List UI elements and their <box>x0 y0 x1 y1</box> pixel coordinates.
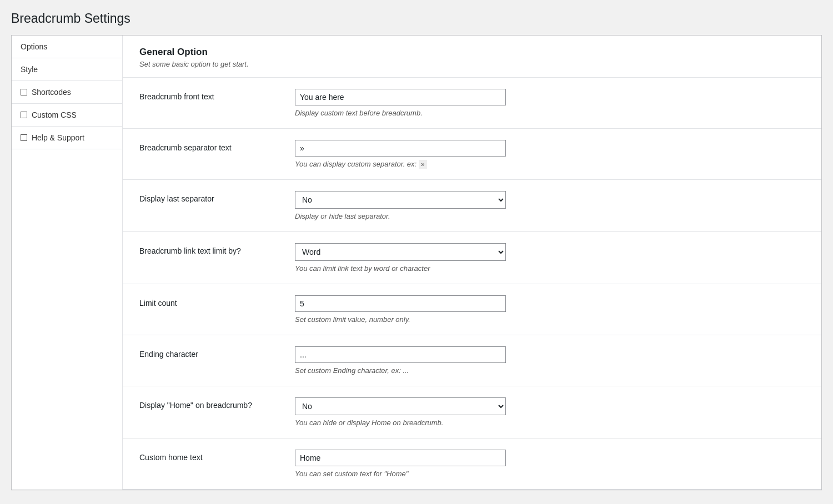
field-label-breadcrumb-front-text: Breadcrumb front text <box>139 89 295 101</box>
section-title: General Option <box>139 47 805 58</box>
field-hint-breadcrumb-separator-text: You can display custom separator. ex: » <box>295 160 805 168</box>
sidebar-item-label: Options <box>21 42 47 51</box>
field-label-limit-count: Limit count <box>139 295 295 308</box>
sidebar-item-style[interactable]: Style <box>12 58 122 81</box>
section-header: General Option Set some basic option to … <box>123 36 821 78</box>
page-title: Breadcrumb Settings <box>11 11 822 26</box>
select-display-last-separator[interactable]: NoYes <box>295 191 506 209</box>
form-row-limit-count: Limit countSet custom limit value, numbe… <box>123 284 821 335</box>
input-ending-character[interactable] <box>295 346 506 363</box>
section-subtitle: Set some basic option to get start. <box>139 60 805 68</box>
form-row-ending-character: Ending characterSet custom Ending charac… <box>123 335 821 386</box>
page-icon <box>21 112 27 118</box>
form-rows: Breadcrumb front textDisplay custom text… <box>123 78 821 490</box>
sidebar-item-help-support[interactable]: Help & Support <box>12 127 122 149</box>
form-row-custom-home-text: Custom home textYou can set custom text … <box>123 439 821 490</box>
field-container-custom-home-text: You can set custom text for "Home" <box>295 450 805 478</box>
page-icon <box>21 134 27 141</box>
sidebar-item-custom-css[interactable]: Custom CSS <box>12 104 122 127</box>
field-container-breadcrumb-front-text: Display custom text before breadcrumb. <box>295 89 805 117</box>
field-label-breadcrumb-link-text-limit: Breadcrumb link text limit by? <box>139 243 295 255</box>
sidebar: Options Style Shortcodes Custom CSS Help… <box>12 36 123 490</box>
form-row-display-last-separator: Display last separatorNoYesDisplay or hi… <box>123 180 821 232</box>
field-hint-display-last-separator: Display or hide last separator. <box>295 212 805 220</box>
field-container-ending-character: Set custom Ending character, ex: ... <box>295 346 805 375</box>
input-limit-count[interactable] <box>295 295 506 312</box>
select-display-home[interactable]: NoYes <box>295 397 506 415</box>
form-row-breadcrumb-front-text: Breadcrumb front textDisplay custom text… <box>123 78 821 129</box>
sidebar-item-label: Shortcodes <box>32 88 71 97</box>
select-breadcrumb-link-text-limit[interactable]: WordCharacter <box>295 243 506 261</box>
field-container-limit-count: Set custom limit value, number only. <box>295 295 805 324</box>
field-container-breadcrumb-separator-text: You can display custom separator. ex: » <box>295 140 805 168</box>
form-row-display-home: Display "Home" on breadcrumb?NoYesYou ca… <box>123 386 821 439</box>
sidebar-item-options[interactable]: Options <box>12 36 122 58</box>
form-row-breadcrumb-link-text-limit: Breadcrumb link text limit by?WordCharac… <box>123 232 821 284</box>
sidebar-item-label: Style <box>21 65 38 74</box>
input-custom-home-text[interactable] <box>295 450 506 466</box>
field-container-display-last-separator: NoYesDisplay or hide last separator. <box>295 191 805 220</box>
field-hint-custom-home-text: You can set custom text for "Home" <box>295 470 805 478</box>
sidebar-item-shortcodes[interactable]: Shortcodes <box>12 81 122 104</box>
field-container-breadcrumb-link-text-limit: WordCharacterYou can limit link text by … <box>295 243 805 273</box>
sidebar-item-label: Help & Support <box>32 133 84 142</box>
field-hint-breadcrumb-front-text: Display custom text before breadcrumb. <box>295 109 805 117</box>
sidebar-item-label: Custom CSS <box>32 110 77 119</box>
field-container-display-home: NoYesYou can hide or display Home on bre… <box>295 397 805 427</box>
main-content: General Option Set some basic option to … <box>123 36 821 490</box>
input-breadcrumb-front-text[interactable] <box>295 89 506 105</box>
form-row-breadcrumb-separator-text: Breadcrumb separator textYou can display… <box>123 129 821 180</box>
hint-code-breadcrumb-separator-text: » <box>419 160 427 169</box>
input-breadcrumb-separator-text[interactable] <box>295 140 506 157</box>
field-hint-ending-character: Set custom Ending character, ex: ... <box>295 366 805 375</box>
field-label-breadcrumb-separator-text: Breadcrumb separator text <box>139 140 295 152</box>
field-hint-limit-count: Set custom limit value, number only. <box>295 315 805 324</box>
field-hint-display-home: You can hide or display Home on breadcru… <box>295 419 805 427</box>
field-label-display-home: Display "Home" on breadcrumb? <box>139 397 295 410</box>
field-label-display-last-separator: Display last separator <box>139 191 295 203</box>
field-hint-breadcrumb-link-text-limit: You can limit link text by word or chara… <box>295 264 805 273</box>
field-label-custom-home-text: Custom home text <box>139 450 295 462</box>
field-label-ending-character: Ending character <box>139 346 295 359</box>
page-icon <box>21 89 27 95</box>
